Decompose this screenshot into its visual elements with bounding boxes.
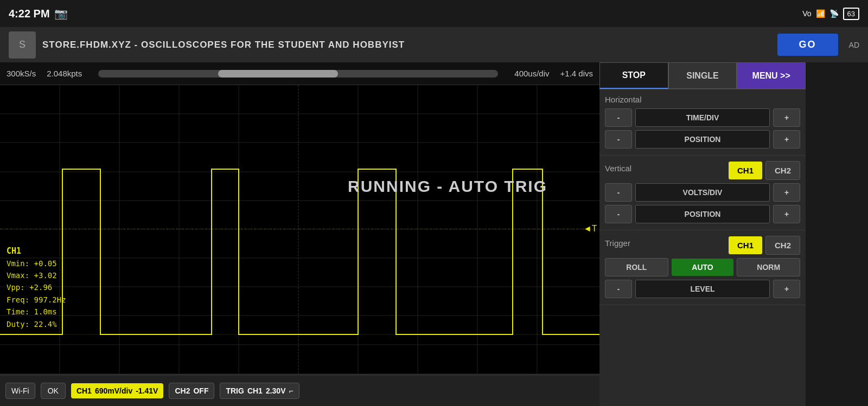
vertical-ch2-button[interactable]: CH2	[765, 161, 800, 180]
channel-label: CH1	[7, 244, 66, 257]
horizontal-timediv-row: - TIME/DIV +	[605, 108, 800, 127]
horizontal-section: Horizontal - TIME/DIV + - POSITION +	[599, 89, 806, 156]
horizontal-timediv-plus[interactable]: +	[773, 108, 800, 127]
trig-ch: CH1	[247, 386, 263, 395]
ch2-state: OFF	[193, 386, 208, 395]
vertical-header-row: Vertical CH1 CH2	[605, 161, 800, 180]
horizontal-pos-minus[interactable]: -	[605, 130, 632, 149]
battery-indicator: 63	[843, 8, 859, 20]
trig-label: TRIG	[226, 386, 244, 395]
duty-display: Duty: 22.4%	[7, 318, 66, 330]
lte-icon: Vo	[802, 9, 811, 18]
mem-depth: 2.048kpts	[47, 69, 82, 78]
vertical-voltsdiv-row: - VOLTS/DIV +	[605, 183, 800, 202]
vertical-title: Vertical	[605, 164, 725, 173]
ad-banner-left: S STORE.FHDM.XYZ - OSCILLOSCOPES FOR THE…	[9, 31, 405, 59]
trig-symbol: ⌐	[289, 386, 293, 395]
right-panel: STOP SINGLE MENU >> Horizontal - TIME/DI…	[599, 62, 806, 406]
trig-status-display: TRIG CH1 2.30V ⌐	[220, 383, 299, 399]
trigger-level-row: - LEVEL +	[605, 280, 800, 298]
vertical-ch1-button[interactable]: CH1	[729, 162, 762, 179]
ad-banner: S STORE.FHDM.XYZ - OSCILLOSCOPES FOR THE…	[0, 27, 868, 62]
vertical-voltsdiv-plus[interactable]: +	[773, 183, 800, 202]
trigger-title: Trigger	[605, 239, 725, 248]
panel-top-buttons: STOP SINGLE MENU >>	[599, 62, 806, 89]
trigger-section: Trigger CH1 CH2 ROLL AUTO NORM - LEVEL +	[599, 230, 806, 305]
trigger-ch2-button[interactable]: CH2	[765, 236, 800, 255]
vertical-position-row: - POSITION +	[605, 205, 800, 223]
camera-icon: 📷	[54, 7, 68, 20]
vertical-voltsdiv-label: VOLTS/DIV	[635, 183, 770, 202]
ok-button[interactable]: OK	[41, 383, 66, 399]
roll-button[interactable]: ROLL	[605, 258, 668, 276]
trigger-level-minus[interactable]: -	[605, 280, 632, 298]
ad-go-button[interactable]: GO	[777, 34, 838, 56]
vertical-pos-plus[interactable]: +	[773, 205, 800, 223]
status-time: 4:22 PM 📷	[9, 7, 68, 20]
auto-button[interactable]: AUTO	[672, 259, 734, 276]
ad-label: AD	[849, 41, 859, 49]
stop-button[interactable]: STOP	[599, 62, 668, 89]
signal-icon: 📶	[816, 9, 825, 18]
time-div: 400us/div	[514, 69, 549, 78]
vertical-section: Vertical CH1 CH2 - VOLTS/DIV + - POSITIO…	[599, 156, 806, 230]
ch1-status-display: CH1 690mV/div -1.41V	[71, 383, 164, 398]
bottom-status-bar: Wi-Fi OK CH1 690mV/div -1.41V CH2 OFF TR…	[0, 375, 599, 406]
ch2-label: CH2	[175, 386, 190, 395]
horizontal-position-label: POSITION	[635, 130, 770, 149]
status-icons: Vo 📶 📡 63	[802, 8, 859, 20]
running-status: RUNNING - AUTO TRIG	[298, 177, 597, 196]
wifi-icon: 📡	[829, 9, 839, 18]
ad-text: STORE.FHDM.XYZ - OSCILLOSCOPES FOR THE S…	[42, 40, 405, 50]
single-button[interactable]: SINGLE	[668, 62, 737, 89]
trig-level: 2.30V	[266, 386, 286, 395]
horizontal-title: Horizontal	[605, 95, 800, 104]
trigger-header-row: Trigger CH1 CH2	[605, 236, 800, 255]
horizontal-pos-plus[interactable]: +	[773, 130, 800, 149]
status-bar: 4:22 PM 📷 Vo 📶 📡 63	[0, 0, 868, 27]
trigger-level-plus[interactable]: +	[773, 280, 800, 298]
vmin-display: Vmin: +0.05	[7, 257, 66, 269]
ad-logo: S	[9, 31, 36, 59]
menu-button[interactable]: MENU >>	[737, 62, 806, 89]
horizontal-timediv-minus[interactable]: -	[605, 108, 632, 127]
sample-rate: 300kS/s	[7, 69, 36, 78]
vertical-position-label: POSITION	[635, 205, 770, 223]
ch2-status-display: CH2 OFF	[169, 383, 214, 399]
scope-canvas: ◄T RUNNING - AUTO TRIG CH1 Vmin: +0.05 V…	[0, 85, 599, 373]
vpp-display: Vpp: +2.96	[7, 281, 66, 293]
horizontal-position-row: - POSITION +	[605, 130, 800, 149]
scope-topbar: 300kS/s 2.048kpts 400us/div +1.4 divs	[0, 62, 599, 85]
vmax-display: Vmax: +3.02	[7, 269, 66, 281]
vertical-pos-minus[interactable]: -	[605, 205, 632, 223]
time-display: Time: 1.0ms	[7, 306, 66, 318]
ch1-label: CH1	[76, 386, 92, 395]
freq-display: Freq: 997.2Hz	[7, 294, 66, 306]
vertical-voltsdiv-minus[interactable]: -	[605, 183, 632, 202]
scope-waveform-svg: ◄T	[0, 85, 599, 373]
horizontal-scrollbar-thumb[interactable]	[218, 70, 338, 78]
position: +1.4 divs	[560, 69, 593, 78]
battery-level: 63	[847, 10, 855, 18]
norm-button[interactable]: NORM	[737, 258, 800, 276]
wifi-button[interactable]: Wi-Fi	[5, 383, 35, 399]
running-status-text: RUNNING - AUTO TRIG	[348, 177, 547, 195]
measurements-overlay: CH1 Vmin: +0.05 Vmax: +3.02 Vpp: +2.96 F…	[7, 244, 66, 330]
time-text: 4:22 PM	[9, 8, 50, 20]
ch1-info: 690mV/div	[95, 386, 132, 395]
trigger-ch1-button[interactable]: CH1	[729, 236, 762, 254]
trigger-mode-row: ROLL AUTO NORM	[605, 258, 800, 276]
trigger-level-label: LEVEL	[635, 280, 770, 298]
ch1-offset: -1.41V	[136, 386, 158, 395]
horizontal-timediv-label: TIME/DIV	[635, 108, 770, 127]
svg-text:◄T: ◄T	[583, 224, 597, 233]
horizontal-scrollbar-track[interactable]	[98, 70, 498, 78]
